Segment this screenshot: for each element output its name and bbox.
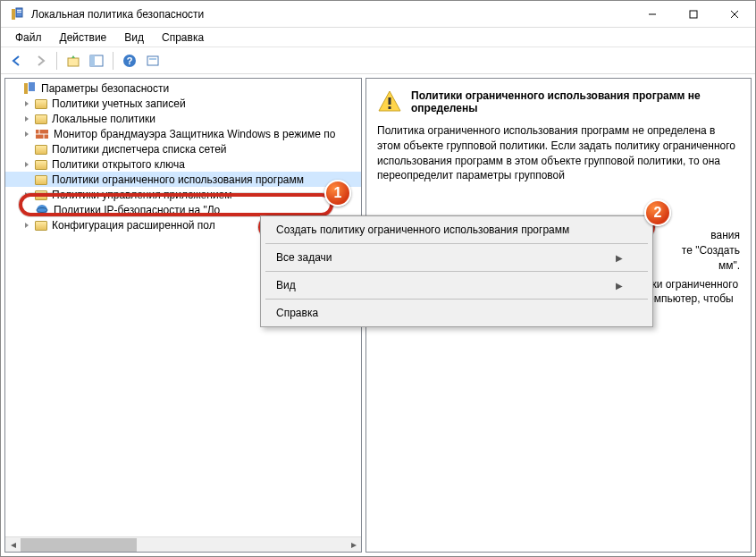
forward-button[interactable]: [29, 50, 51, 72]
svg-rect-14: [149, 58, 156, 60]
ctx-view[interactable]: Вид ▶: [264, 274, 650, 296]
expand-icon[interactable]: [21, 190, 32, 200]
warning-icon: [377, 89, 402, 114]
svg-rect-16: [29, 82, 35, 91]
ctx-create-policy[interactable]: Создать политику ограниченного использов…: [264, 219, 650, 241]
back-button[interactable]: [6, 50, 28, 72]
tree-item-selected[interactable]: Политики ограниченного использования про…: [5, 172, 361, 187]
svg-rect-8: [68, 58, 79, 66]
scroll-right-button[interactable]: ▸: [346, 537, 361, 553]
window-title: Локальная политика безопасности: [31, 8, 632, 21]
context-menu: Создать политику ограниченного использов…: [260, 215, 653, 327]
svg-rect-5: [690, 11, 697, 18]
up-button[interactable]: [63, 50, 84, 72]
svg-text:?: ?: [127, 55, 133, 66]
svg-rect-24: [389, 106, 391, 109]
expand-icon[interactable]: [21, 114, 32, 124]
tree-item[interactable]: Политики управления приложением: [5, 187, 361, 202]
menu-bar: Файл Действие Вид Справка: [1, 28, 755, 47]
tree-item[interactable]: Локальные политики: [5, 111, 361, 126]
toolbar-separator: [56, 52, 57, 70]
ctx-separator: [265, 243, 648, 244]
export-button[interactable]: [142, 50, 164, 72]
ipsec-icon: [35, 203, 49, 217]
menu-view[interactable]: Вид: [115, 30, 153, 46]
svg-rect-2: [17, 10, 21, 11]
svg-point-21: [37, 205, 47, 215]
expand-icon[interactable]: [21, 159, 32, 170]
toolbar-separator: [113, 52, 113, 70]
expand-icon[interactable]: [21, 220, 32, 231]
svg-rect-3: [17, 12, 21, 13]
description-paragraph: Политика ограниченного использования про…: [377, 123, 740, 183]
tree: Параметры безопасности Политики учетных …: [5, 79, 361, 234]
toolbar: ?: [1, 47, 755, 74]
folder-icon: [35, 175, 47, 185]
menu-help[interactable]: Справка: [153, 30, 213, 46]
menu-action[interactable]: Действие: [51, 30, 116, 46]
security-icon: [22, 81, 37, 96]
title-bar: Локальная политика безопасности: [1, 1, 755, 28]
help-button[interactable]: ?: [119, 50, 140, 72]
folder-icon: [35, 221, 47, 231]
svg-rect-15: [24, 83, 28, 94]
description-title: Политики ограниченного использования про…: [411, 89, 740, 114]
svg-rect-23: [389, 97, 391, 105]
expand-icon[interactable]: [21, 129, 32, 139]
svg-rect-10: [90, 55, 95, 66]
folder-icon: [35, 190, 47, 200]
scroll-left-button[interactable]: ◂: [5, 537, 21, 553]
folder-icon: [35, 114, 47, 124]
tree-item[interactable]: Политики диспетчера списка сетей: [5, 141, 361, 156]
expand-icon[interactable]: [21, 98, 32, 109]
ctx-separator: [265, 299, 648, 300]
svg-rect-0: [12, 9, 15, 20]
ctx-help[interactable]: Справка: [264, 302, 650, 324]
close-button[interactable]: [714, 1, 755, 28]
minimize-button[interactable]: [632, 1, 673, 28]
tree-root-label: Параметры безопасности: [39, 82, 171, 95]
tree-item[interactable]: Монитор брандмауэра Защитника Windows в …: [5, 126, 361, 141]
app-icon: [10, 7, 24, 21]
tree-root[interactable]: Параметры безопасности: [5, 80, 361, 96]
description-header: Политики ограниченного использования про…: [377, 89, 740, 114]
scroll-thumb[interactable]: [21, 538, 137, 552]
folder-icon: [35, 145, 47, 155]
tree-item[interactable]: Политики открытого ключа: [5, 156, 361, 172]
menu-file[interactable]: Файл: [6, 30, 51, 46]
show-hide-tree-button[interactable]: [86, 50, 107, 72]
horizontal-scrollbar[interactable]: ◂ ▸: [5, 536, 361, 552]
submenu-arrow-icon: ▶: [616, 253, 623, 263]
maximize-button[interactable]: [673, 1, 714, 28]
ctx-all-tasks[interactable]: Все задачи ▶: [264, 247, 650, 268]
ctx-separator: [265, 271, 648, 272]
svg-rect-13: [147, 56, 158, 65]
folder-icon: [35, 99, 47, 109]
submenu-arrow-icon: ▶: [616, 281, 623, 291]
firewall-icon: [35, 127, 49, 141]
folder-icon: [35, 160, 47, 170]
tree-item[interactable]: Политики учетных записей: [5, 96, 361, 111]
